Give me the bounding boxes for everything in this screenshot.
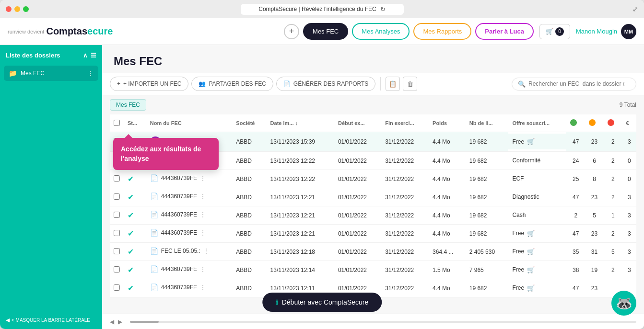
tab-parler-luca[interactable]: Parler à Luca <box>475 23 534 40</box>
reload-icon[interactable]: ↻ <box>380 6 386 13</box>
url-text: ComptaSecure | Révélez l'intelligence du… <box>258 6 376 12</box>
cart-button[interactable]: 🛒 0 <box>539 24 570 39</box>
row-poids: 4.4 Mo <box>429 279 466 297</box>
scroll-right-btn[interactable]: ▶ <box>118 318 122 325</box>
row-offre: Free🛒 <box>508 244 566 260</box>
select-all-checkbox[interactable] <box>114 120 120 126</box>
doc-icon-btn[interactable]: 📋 <box>386 77 400 91</box>
toolbar: + + IMPORTER UN FEC 👥 PARTAGER DES FEC 📄… <box>102 73 644 95</box>
row-poids: 1.5 Mo <box>429 261 466 279</box>
row-more-icon[interactable]: ⋮ <box>200 266 206 272</box>
row-status-cell: ✔ <box>124 188 146 206</box>
bottom-scrollbar: ◀ ▶ <box>102 314 644 329</box>
cart-icon[interactable]: 🛒 <box>527 138 535 145</box>
row-col-3: 5 <box>604 243 622 261</box>
row-checkbox[interactable] <box>114 284 120 291</box>
cart-icon: 🛒 <box>546 28 553 35</box>
row-poids: 364.4 ... <box>429 243 466 261</box>
table-row: ✔📄444360739FE⋮ABBD13/11/2023 12:2101/01/… <box>110 225 636 243</box>
row-more-icon[interactable]: ⋮ <box>200 193 206 200</box>
row-name-cell: 📄FEC LE 05.05.:⋮ <box>146 243 233 259</box>
row-offre: Diagnostic <box>508 189 566 204</box>
doc-icon: 📄 <box>283 80 291 87</box>
col-euro: € <box>622 114 636 132</box>
row-debut: 01/01/2022 <box>334 243 381 261</box>
file-icon: 📄 <box>150 174 158 182</box>
offre-text: Free <box>512 138 524 145</box>
row-col-4: 3 <box>622 206 636 225</box>
titlebar: ComptaSecure | Révélez l'intelligence du… <box>0 0 644 18</box>
row-name-cell: 📄444360739FE⋮ <box>146 225 233 241</box>
table-row: ✔📄444360739FE⋮ABBD13/11/2023 12:1401/01/… <box>110 261 636 279</box>
share-fec-button[interactable]: 👥 PARTAGER DES FEC <box>191 77 273 91</box>
row-checkbox[interactable] <box>114 248 120 254</box>
row-col-1: 25 <box>566 170 585 188</box>
row-societe: ABBD <box>232 206 266 225</box>
sidebar-header: Liste des dossiers ∧ ☰ <box>0 45 102 64</box>
filter-tag[interactable]: Mes FEC <box>110 99 146 111</box>
minimize-button[interactable] <box>14 6 20 12</box>
row-status-cell: ✔ <box>124 170 146 188</box>
row-more-icon[interactable]: ⋮ <box>200 175 206 182</box>
fec-name: 444360739FE <box>161 175 197 182</box>
scroll-thumb[interactable] <box>130 321 159 323</box>
row-more-icon[interactable]: ⋮ <box>200 229 206 236</box>
scroll-left-btn[interactable]: ◀ <box>110 318 114 325</box>
search-icon: 🔍 <box>518 80 526 88</box>
cart-icon[interactable]: 🛒 <box>527 266 535 273</box>
row-more-icon[interactable]: ⋮ <box>200 211 206 218</box>
row-col-2: 31 <box>585 243 604 261</box>
row-checkbox[interactable] <box>114 175 120 182</box>
avatar[interactable]: MM <box>621 24 636 39</box>
body-layout: Liste des dossiers ∧ ☰ 📁 Mes FEC ⋮ ◀ < M… <box>0 45 644 329</box>
url-bar[interactable]: ComptaSecure | Révélez l'intelligence du… <box>241 4 404 15</box>
row-checkbox[interactable] <box>114 212 120 218</box>
row-more-icon[interactable]: ⋮ <box>203 248 209 254</box>
logo-text-ecure: ecure <box>87 26 113 37</box>
row-col-3: 2 <box>604 152 622 170</box>
row-debut: 01/01/2022 <box>334 132 381 152</box>
user-area[interactable]: Manon Mougin MM <box>576 24 636 39</box>
tab-mes-fec[interactable]: Mes FEC <box>303 23 348 40</box>
row-checkbox[interactable] <box>114 230 120 236</box>
generate-reports-button[interactable]: 📄 GÉNÉRER DES RAPPORTS <box>276 77 375 91</box>
row-col-1: 47 <box>566 132 585 152</box>
cart-icon[interactable]: 🛒 <box>527 248 535 255</box>
chevron-icon[interactable]: ∧ <box>83 52 88 59</box>
sidebar-folder-mes-fec[interactable]: 📁 Mes FEC ⋮ <box>4 66 98 81</box>
offre-text: Cash <box>512 212 526 218</box>
cart-icon[interactable]: 🛒 <box>527 230 535 237</box>
offre-text: Free <box>512 266 524 273</box>
row-fin: 31/12/2022 <box>381 132 429 152</box>
fec-name: 444360739FE <box>161 229 197 236</box>
tab-mes-analyses[interactable]: Mes Analyses <box>352 23 410 40</box>
cart-icon[interactable]: 🛒 <box>527 284 535 292</box>
row-col-4: 0 <box>622 152 636 170</box>
row-date-import: 13/11/2023 12:21 <box>267 206 334 225</box>
row-col-4: 3 <box>622 243 636 261</box>
fec-name: 444360739FE <box>161 284 197 291</box>
row-checkbox-cell <box>110 170 124 188</box>
row-societe: ABBD <box>232 261 266 279</box>
add-button[interactable]: + <box>284 24 299 39</box>
row-offre: Free🛒 <box>508 134 566 149</box>
start-button[interactable]: ℹ Débuter avec ComptaSecure <box>262 293 382 312</box>
hide-sidebar-button[interactable]: ◀ < MASQUER LA BARRE LATÉRALE <box>6 317 90 323</box>
folder-more-icon[interactable]: ⋮ <box>88 70 94 77</box>
file-icon: 📄 <box>150 211 158 218</box>
sidebar-header-icons: ∧ ☰ <box>83 52 96 59</box>
trash-icon-btn[interactable]: 🗑 <box>403 77 417 91</box>
list-icon[interactable]: ☰ <box>91 52 96 59</box>
maximize-button[interactable] <box>23 6 29 12</box>
search-input[interactable] <box>528 80 624 87</box>
tab-mes-rapports[interactable]: Mes Rapports <box>413 23 471 40</box>
row-col-1: 2 <box>566 206 585 225</box>
offre-text: ECF <box>512 175 524 182</box>
row-checkbox[interactable] <box>114 193 120 200</box>
mascot-button[interactable]: 🦝 <box>611 291 636 316</box>
row-more-icon[interactable]: ⋮ <box>200 284 206 291</box>
row-checkbox[interactable] <box>114 266 120 272</box>
import-fec-button[interactable]: + + IMPORTER UN FEC <box>110 77 188 91</box>
expand-icon[interactable]: ⤢ <box>632 5 638 13</box>
close-button[interactable] <box>6 6 12 12</box>
